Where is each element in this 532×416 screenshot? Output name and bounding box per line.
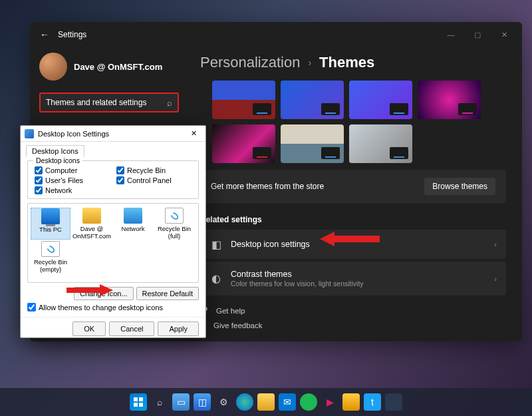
theme-tile[interactable] bbox=[281, 124, 344, 163]
breadcrumb-current: Themes bbox=[319, 54, 374, 71]
allow-themes-checkbox[interactable]: Allow themes to change desktop icons bbox=[27, 303, 199, 312]
search-input[interactable] bbox=[46, 98, 167, 107]
check-control-panel[interactable]: Control Panel bbox=[116, 176, 192, 184]
restore-default-button[interactable]: Restore Default bbox=[136, 287, 199, 300]
preview-recycle-bin-full[interactable]: Recycle Bin (full) bbox=[154, 208, 194, 240]
taskbar-play-icon[interactable]: ▶ bbox=[321, 393, 338, 411]
theme-tile[interactable] bbox=[212, 124, 275, 163]
themes-grid bbox=[212, 81, 506, 163]
taskbar-edge-icon[interactable] bbox=[236, 393, 253, 411]
taskbar-app-icon[interactable] bbox=[342, 393, 360, 411]
check-computer[interactable]: Computer bbox=[35, 166, 110, 174]
store-row: Get more themes from the store Browse th… bbox=[200, 170, 506, 203]
minimize-button[interactable]: — bbox=[438, 25, 464, 44]
chevron-right-icon: › bbox=[494, 275, 497, 283]
avatar bbox=[39, 53, 67, 81]
desktop-icon-settings-dialog: Desktop Icon Settings ✕ Desktop Icons De… bbox=[20, 125, 206, 338]
setting-subtitle: Color themes for low vision, light sensi… bbox=[231, 280, 494, 288]
theme-tile[interactable] bbox=[281, 81, 344, 119]
start-button[interactable] bbox=[130, 393, 147, 411]
svg-rect-2 bbox=[134, 397, 138, 401]
setting-title: Contrast themes bbox=[231, 270, 494, 279]
taskbar-explorer-icon[interactable] bbox=[257, 393, 275, 411]
taskbar-spotify-icon[interactable] bbox=[300, 393, 317, 411]
taskbar-widgets-icon[interactable]: ◫ bbox=[194, 393, 211, 411]
dialog-app-icon bbox=[25, 129, 34, 138]
theme-tile[interactable] bbox=[349, 81, 412, 119]
taskbar-task-view-icon[interactable]: ▭ bbox=[172, 393, 190, 411]
tab-desktop-icons[interactable]: Desktop Icons bbox=[26, 145, 84, 157]
maximize-button[interactable]: ▢ bbox=[465, 25, 490, 44]
search-box[interactable]: ⌕ bbox=[39, 93, 179, 112]
check-users-files[interactable]: User's Files bbox=[35, 176, 110, 184]
content-area: Personalization › Themes Get more themes… bbox=[188, 47, 522, 341]
dialog-titlebar: Desktop Icon Settings ✕ bbox=[21, 126, 205, 142]
back-button[interactable]: ← bbox=[35, 25, 54, 44]
app-title: Settings bbox=[58, 30, 86, 39]
svg-rect-5 bbox=[139, 403, 143, 407]
desktop-icons-fieldset: Desktop icons Computer Recycle Bin User'… bbox=[27, 160, 199, 199]
svg-rect-3 bbox=[139, 397, 143, 401]
setting-title: Desktop icon settings bbox=[231, 240, 494, 249]
fieldset-legend: Desktop icons bbox=[33, 156, 82, 164]
preview-user-folder[interactable]: Dave @ OnMSFT.com bbox=[72, 208, 112, 240]
store-text: Get more themes from the store bbox=[211, 182, 324, 191]
cancel-button[interactable]: Cancel bbox=[109, 321, 154, 336]
search-icon[interactable]: ⌕ bbox=[167, 98, 172, 108]
theme-tile[interactable] bbox=[212, 81, 275, 119]
ok-button[interactable]: OK bbox=[72, 321, 106, 336]
theme-tile[interactable] bbox=[418, 81, 481, 119]
preview-this-pc[interactable]: This PC bbox=[31, 208, 70, 240]
icon-preview-list: This PC Dave @ OnMSFT.com Network Recycl… bbox=[27, 203, 199, 283]
titlebar: ← Settings — ▢ ✕ bbox=[30, 22, 522, 47]
browse-themes-button[interactable]: Browse themes bbox=[424, 178, 495, 195]
apply-button[interactable]: Apply bbox=[158, 321, 199, 336]
breadcrumb-parent[interactable]: Personalization bbox=[200, 54, 300, 71]
check-recycle-bin[interactable]: Recycle Bin bbox=[116, 166, 192, 174]
taskbar: ⌕ ▭ ◫ ⚙ ✉ ▶ t bbox=[0, 388, 532, 416]
preview-network[interactable]: Network bbox=[113, 208, 153, 240]
contrast-themes-row[interactable]: ◐ Contrast themes Color themes for low v… bbox=[200, 262, 506, 296]
chevron-right-icon: › bbox=[308, 57, 311, 68]
svg-rect-4 bbox=[134, 403, 138, 407]
taskbar-settings-icon[interactable]: ⚙ bbox=[215, 393, 232, 411]
change-icon-button[interactable]: Change Icon... bbox=[74, 287, 134, 300]
breadcrumb: Personalization › Themes bbox=[200, 54, 506, 71]
close-button[interactable]: ✕ bbox=[491, 25, 517, 44]
desktop-icon-icon: ◧ bbox=[209, 238, 223, 251]
related-settings-label: Related settings bbox=[200, 215, 506, 224]
desktop-icon-settings-row[interactable]: ◧ Desktop icon settings › bbox=[200, 230, 506, 259]
theme-tile[interactable] bbox=[349, 124, 412, 163]
contrast-icon: ◐ bbox=[209, 272, 223, 286]
taskbar-app-icon[interactable] bbox=[385, 393, 402, 411]
dialog-close-button[interactable]: ✕ bbox=[186, 129, 201, 138]
chevron-right-icon: › bbox=[494, 240, 497, 248]
give-feedback-link[interactable]: ✎Give feedback bbox=[200, 318, 506, 333]
check-network[interactable]: Network bbox=[35, 186, 110, 194]
preview-recycle-bin-empty[interactable]: Recycle Bin (empty) bbox=[31, 241, 70, 273]
get-help-link[interactable]: ❔Get help bbox=[200, 304, 506, 318]
taskbar-mail-icon[interactable]: ✉ bbox=[279, 393, 296, 411]
taskbar-twitter-icon[interactable]: t bbox=[364, 393, 381, 411]
user-profile[interactable]: Dave @ OnMSFT.com bbox=[39, 53, 179, 81]
username: Dave @ OnMSFT.com bbox=[74, 62, 162, 72]
dialog-title: Desktop Icon Settings bbox=[38, 130, 109, 138]
taskbar-search-icon[interactable]: ⌕ bbox=[151, 393, 168, 411]
